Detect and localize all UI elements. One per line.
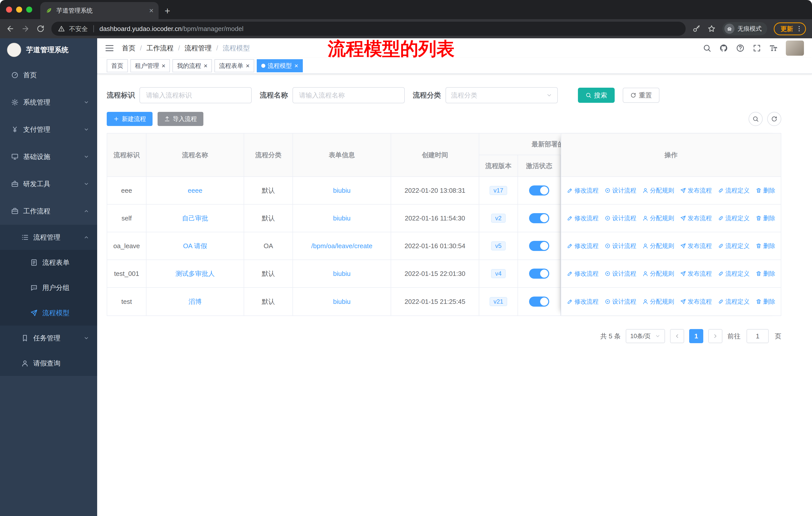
page-size-select[interactable]: 10条/页 bbox=[626, 329, 665, 343]
action-design-link[interactable]: 设计流程 bbox=[605, 298, 636, 306]
action-publish-link[interactable]: 发布流程 bbox=[680, 242, 712, 250]
form-link[interactable]: biubiu bbox=[333, 187, 350, 194]
breadcrumb-item[interactable]: 工作流程 bbox=[146, 44, 174, 53]
action-delete-link[interactable]: 删除 bbox=[756, 214, 775, 222]
dots-vertical-icon[interactable] bbox=[795, 25, 803, 32]
active-toggle[interactable] bbox=[529, 213, 549, 223]
tag-item[interactable]: 首页 bbox=[107, 59, 128, 72]
goto-page-input[interactable] bbox=[747, 329, 769, 343]
process-name-link[interactable]: 自己审批 bbox=[182, 214, 208, 223]
new-tab-button[interactable]: + bbox=[165, 6, 170, 16]
sidebar-item-process-form[interactable]: 流程表单 bbox=[0, 250, 97, 275]
version-badge[interactable]: v2 bbox=[491, 214, 505, 223]
back-icon[interactable] bbox=[6, 24, 14, 33]
font-size-icon[interactable] bbox=[769, 44, 778, 52]
form-link[interactable]: biubiu bbox=[333, 270, 350, 278]
process-name-link[interactable]: 测试多审批人 bbox=[175, 269, 215, 278]
form-link[interactable]: /bpm/oa/leave/create bbox=[311, 242, 373, 250]
reset-button[interactable]: 重置 bbox=[623, 88, 660, 103]
tag-close-icon[interactable]: × bbox=[204, 62, 207, 69]
window-zoom-button[interactable] bbox=[26, 6, 32, 12]
star-icon[interactable] bbox=[707, 24, 716, 33]
action-design-link[interactable]: 设计流程 bbox=[605, 186, 636, 194]
action-definition-link[interactable]: 流程定义 bbox=[718, 298, 750, 306]
question-icon[interactable] bbox=[736, 44, 745, 52]
sidebar-item-task-management[interactable]: 任务管理 bbox=[0, 326, 97, 351]
form-link[interactable]: biubiu bbox=[333, 298, 350, 306]
browser-update-button[interactable]: 更新 bbox=[774, 22, 806, 35]
breadcrumb-item[interactable]: 首页 bbox=[122, 44, 136, 53]
version-badge[interactable]: v17 bbox=[490, 186, 508, 195]
version-badge[interactable]: v4 bbox=[491, 269, 505, 278]
security-label[interactable]: 不安全 bbox=[69, 25, 88, 33]
version-badge[interactable]: v21 bbox=[490, 297, 508, 306]
breadcrumb-item[interactable]: 流程管理 bbox=[184, 44, 212, 53]
sidebar-item-system[interactable]: 系统管理 bbox=[0, 89, 97, 116]
action-publish-link[interactable]: 发布流程 bbox=[680, 270, 712, 278]
action-assign-rule-link[interactable]: 分配规则 bbox=[642, 298, 674, 306]
active-toggle[interactable] bbox=[529, 185, 549, 195]
version-badge[interactable]: v5 bbox=[491, 241, 505, 250]
action-assign-rule-link[interactable]: 分配规则 bbox=[642, 214, 674, 222]
action-design-link[interactable]: 设计流程 bbox=[605, 242, 636, 250]
sidebar-item-process-management[interactable]: 流程管理 bbox=[0, 225, 97, 250]
action-design-link[interactable]: 设计流程 bbox=[605, 214, 636, 222]
toggle-search-button[interactable] bbox=[749, 112, 763, 126]
action-design-link[interactable]: 设计流程 bbox=[605, 270, 636, 278]
action-edit-link[interactable]: 修改流程 bbox=[567, 298, 599, 306]
search-icon[interactable] bbox=[703, 44, 711, 52]
process-name-link[interactable]: OA 请假 bbox=[183, 242, 207, 250]
action-definition-link[interactable]: 流程定义 bbox=[718, 242, 750, 250]
tag-item[interactable]: 流程模型× bbox=[257, 59, 303, 72]
fullscreen-icon[interactable] bbox=[753, 44, 761, 52]
action-edit-link[interactable]: 修改流程 bbox=[567, 186, 599, 194]
sidebar-item-workflow[interactable]: 工作流程 bbox=[0, 197, 97, 225]
action-assign-rule-link[interactable]: 分配规则 bbox=[642, 270, 674, 278]
action-delete-link[interactable]: 删除 bbox=[756, 242, 775, 250]
browser-tab[interactable]: 芋道管理系统 × bbox=[40, 2, 158, 19]
tag-item[interactable]: 我的流程× bbox=[172, 59, 212, 72]
sidebar-item-user-group[interactable]: 用户分组 bbox=[0, 275, 97, 300]
tag-close-icon[interactable]: × bbox=[294, 62, 298, 69]
action-assign-rule-link[interactable]: 分配规则 bbox=[642, 186, 674, 194]
sidebar-item-payment[interactable]: 支付管理 bbox=[0, 116, 97, 143]
prev-page-button[interactable] bbox=[670, 329, 684, 343]
action-definition-link[interactable]: 流程定义 bbox=[718, 270, 750, 278]
forward-icon[interactable] bbox=[21, 24, 30, 33]
active-toggle[interactable] bbox=[529, 241, 549, 251]
refresh-button[interactable] bbox=[767, 112, 781, 126]
category-select[interactable]: 流程分类 bbox=[445, 87, 558, 103]
sidebar-item-dev-tools[interactable]: 研发工具 bbox=[0, 170, 97, 197]
action-publish-link[interactable]: 发布流程 bbox=[680, 186, 712, 194]
action-definition-link[interactable]: 流程定义 bbox=[718, 186, 750, 194]
tag-close-icon[interactable]: × bbox=[162, 62, 165, 69]
action-assign-rule-link[interactable]: 分配规则 bbox=[642, 242, 674, 250]
key-icon[interactable] bbox=[692, 24, 701, 33]
import-process-button[interactable]: 导入流程 bbox=[157, 112, 203, 126]
window-minimize-button[interactable] bbox=[16, 6, 22, 12]
reload-icon[interactable] bbox=[36, 24, 45, 33]
action-edit-link[interactable]: 修改流程 bbox=[567, 270, 599, 278]
tag-item[interactable]: 流程表单× bbox=[214, 59, 254, 72]
github-icon[interactable] bbox=[719, 44, 728, 52]
active-toggle[interactable] bbox=[529, 269, 549, 279]
process-key-input[interactable] bbox=[140, 87, 252, 103]
search-button[interactable]: 搜索 bbox=[578, 88, 615, 103]
user-avatar[interactable] bbox=[786, 40, 804, 56]
process-name-link[interactable]: 滔博 bbox=[188, 297, 202, 306]
sidebar-item-infrastructure[interactable]: 基础设施 bbox=[0, 143, 97, 170]
tag-item[interactable]: 租户管理× bbox=[130, 59, 170, 72]
tag-close-icon[interactable]: × bbox=[246, 62, 250, 69]
action-delete-link[interactable]: 删除 bbox=[756, 298, 775, 306]
sidebar-item-leave-query[interactable]: 请假查询 bbox=[0, 351, 97, 376]
window-close-button[interactable] bbox=[6, 6, 12, 12]
sidebar-item-process-model[interactable]: 流程模型 bbox=[0, 300, 97, 326]
next-page-button[interactable] bbox=[708, 329, 722, 343]
action-publish-link[interactable]: 发布流程 bbox=[680, 298, 712, 306]
sidebar-logo[interactable]: 芋道管理系统 bbox=[0, 38, 97, 61]
process-name-input[interactable] bbox=[292, 87, 405, 103]
tab-close-icon[interactable]: × bbox=[149, 7, 153, 15]
sidebar-item-home[interactable]: 首页 bbox=[0, 61, 97, 89]
menu-fold-icon[interactable] bbox=[105, 43, 114, 53]
action-edit-link[interactable]: 修改流程 bbox=[567, 214, 599, 222]
